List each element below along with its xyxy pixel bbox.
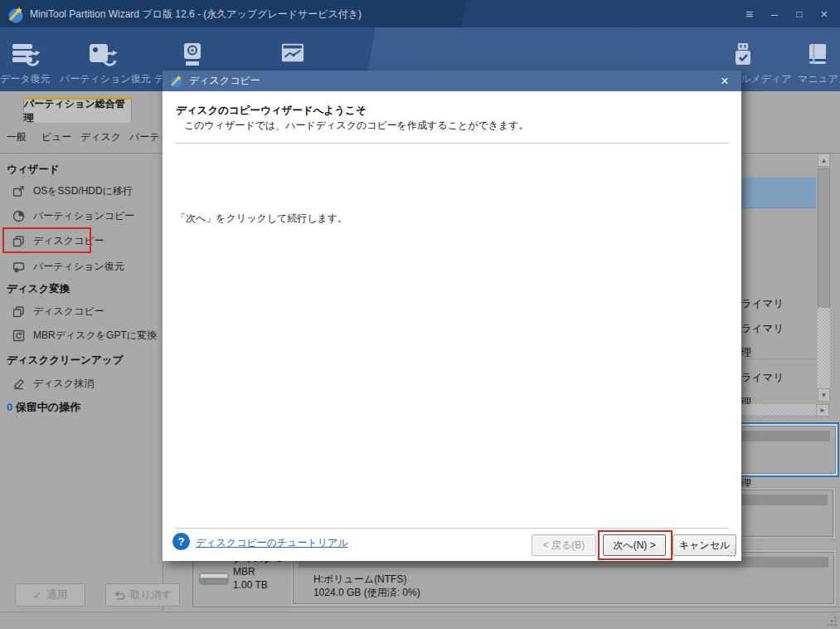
sidebar-item-label: ディスクコピー [33, 234, 104, 248]
back-button[interactable]: < 戻る(B) [532, 534, 596, 556]
scroll-track[interactable] [818, 308, 830, 388]
section-wizard: ウィザード [7, 163, 60, 177]
dialog-app-icon [169, 74, 183, 88]
dialog-heading: ディスクのコピーウィザードへようこそ [176, 104, 367, 118]
hard-disk-icon [199, 571, 229, 588]
window-title: MiniTool Partition Wizard プロ版 12.6 - (永久… [30, 7, 362, 22]
mbr-to-gpt-icon [12, 329, 26, 343]
disk3-scheme: MBR [233, 566, 255, 578]
sidebar-item-disk-wipe[interactable]: ディスク抹消 [12, 377, 94, 391]
dialog-subheading: このウィザードでは、ハードディスクのコピーを作成することができます。 [184, 119, 529, 133]
disk-tool-icon[interactable] [182, 42, 202, 69]
toolbar-item-partition-recovery[interactable]: パーティション復元 [60, 72, 143, 86]
status-bar [0, 612, 840, 629]
tab-partition-management[interactable]: パーティション総合管理 [23, 97, 132, 123]
migrate-os-icon [12, 184, 26, 198]
window-controls: ≡ – □ × [739, 0, 835, 27]
partition-row-fragment[interactable]: ライマリ [741, 322, 784, 336]
scroll-down-icon[interactable]: ▼ [818, 388, 830, 402]
sidebar-item-disk-copy-2[interactable]: ディスクコピー [12, 305, 104, 319]
pending-operations: 0 保留中の操作 [7, 400, 80, 415]
data-recovery-icon[interactable] [11, 42, 41, 69]
scroll-track[interactable] [741, 404, 816, 415]
horizontal-scrollbar[interactable]: ► [741, 404, 833, 416]
toolbar-item-data-recovery[interactable]: データ復元 [0, 72, 50, 86]
menu-view[interactable]: ビュー [41, 130, 72, 144]
tutorial-link[interactable]: ディスクコピーのチュートリアル [196, 536, 348, 550]
partition-row-fragment[interactable]: ライマリ [741, 371, 784, 385]
dialog-resize-grip-icon[interactable] [726, 548, 736, 558]
sidebar-item-label: パーティションコピー [33, 209, 134, 223]
section-disk-cleanup: ディスククリーンアップ [7, 354, 123, 368]
scroll-up-icon[interactable]: ▲ [818, 154, 830, 167]
menu-general[interactable]: 一般 [7, 130, 27, 144]
partition-row-fragment[interactable]: ライマリ [741, 297, 784, 311]
menu-disk[interactable]: ディスク [80, 130, 121, 144]
scroll-right-icon[interactable]: ► [816, 404, 829, 417]
bootable-media-icon[interactable] [733, 42, 753, 67]
disk-copy-dialog: ディスクコピー × ディスクのコピーウィザードへようこそ このウィザードでは、ハ… [163, 71, 741, 561]
resize-grip-icon[interactable] [826, 615, 838, 627]
disk-copy-icon [12, 234, 26, 248]
app-window: MiniTool Partition Wizard プロ版 12.6 - (永久… [0, 0, 840, 629]
maximize-icon[interactable]: □ [789, 3, 810, 25]
sidebar-item-partition-copy[interactable]: パーティションコピー [12, 209, 134, 223]
dialog-close-icon[interactable]: × [716, 71, 733, 91]
sidebar-item-mbr-to-gpt[interactable]: MBRディスクをGPTに変換 [12, 329, 157, 343]
dialog-title-bar[interactable]: ディスクコピー × [163, 71, 741, 91]
pending-count: 0 [7, 401, 12, 413]
minimize-icon[interactable]: – [764, 3, 785, 25]
toolbar-item-bootable-media[interactable]: ルメディア [740, 72, 791, 86]
pending-label: 保留中の操作 [16, 401, 80, 413]
disk3-size: 1.00 TB [233, 579, 268, 591]
disk-wipe-icon [12, 377, 26, 391]
sidebar-item-label: MBRディスクをGPTに変換 [33, 329, 157, 343]
sidebar-item-label: ディスク抹消 [33, 377, 94, 391]
title-bar: MiniTool Partition Wizard プロ版 12.6 - (永久… [0, 0, 840, 27]
app-logo-icon [7, 5, 25, 23]
menu-icon[interactable]: ≡ [739, 3, 760, 25]
partition-recovery-small-icon [12, 260, 26, 274]
dialog-separator [175, 143, 729, 144]
undo-button[interactable]: 取り消す [105, 583, 180, 607]
manual-icon[interactable] [807, 42, 828, 67]
disk-copy-icon [12, 305, 26, 319]
next-button[interactable]: 次へ(N) > [603, 534, 666, 556]
partition-info: H:ボリューム(NTFS) 1024.0 GB (使用済: 0%) [313, 573, 420, 599]
sidebar-item-label: ディスクコピー [33, 305, 104, 319]
scroll-thumb[interactable] [818, 168, 830, 310]
volume-label: H:ボリューム(NTFS) [313, 573, 420, 586]
benchmark-icon[interactable] [281, 42, 304, 64]
section-disk-conversion: ディスク変換 [7, 282, 70, 296]
undo-label: 取り消す [130, 588, 172, 602]
vertical-scrollbar[interactable]: ▲ ▼ [818, 154, 830, 401]
partition-copy-icon [12, 209, 26, 223]
partition-recovery-icon[interactable] [88, 42, 118, 69]
dialog-body-text: 「次へ」をクリックして続行します。 [176, 212, 347, 226]
volume-usage: 1024.0 GB (使用済: 0%) [313, 586, 420, 599]
sidebar-item-label: パーティション復元 [33, 260, 124, 274]
dialog-separator [175, 528, 729, 529]
sidebar-item-label: OSをSSD/HDDに移行 [33, 184, 133, 198]
check-icon: ✓ [33, 589, 42, 602]
help-icon[interactable]: ? [172, 533, 190, 550]
dialog-title: ディスクコピー [189, 74, 260, 88]
undo-arrow-icon [114, 590, 125, 600]
sidebar-item-disk-copy[interactable]: ディスクコピー [12, 234, 104, 248]
apply-button[interactable]: ✓ 適用 [15, 583, 85, 607]
sidebar-item-migrate-os[interactable]: OSをSSD/HDDに移行 [12, 184, 133, 198]
toolbar-item-manual[interactable]: マニュアル [798, 72, 839, 86]
close-icon[interactable]: × [813, 3, 835, 25]
apply-label: 適用 [46, 588, 67, 602]
disk-map-bottom-border [192, 607, 840, 607]
sidebar-item-partition-recovery[interactable]: パーティション復元 [12, 260, 124, 274]
